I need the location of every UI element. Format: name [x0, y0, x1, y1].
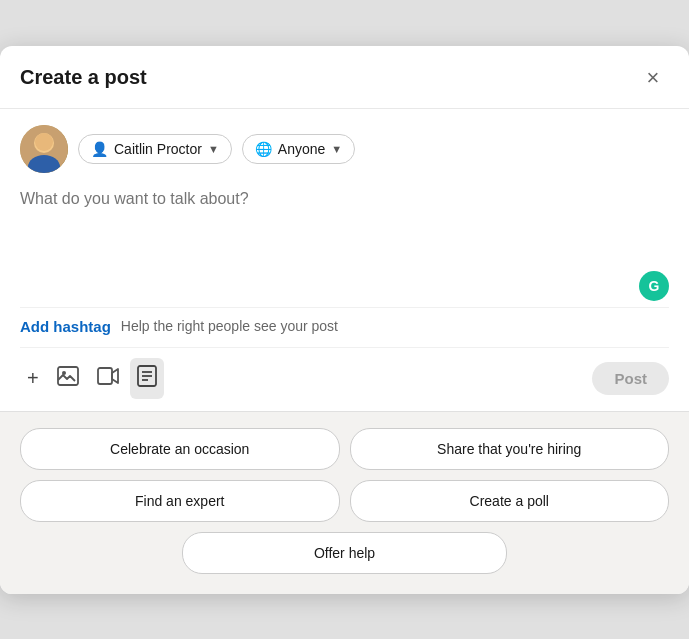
- suggestion-poll[interactable]: Create a poll: [350, 480, 670, 522]
- svg-rect-6: [98, 368, 112, 384]
- document-icon: [137, 365, 157, 392]
- profile-icon: 👤: [91, 141, 108, 157]
- user-row: 👤 Caitlin Proctor ▼ 🌐 Anyone ▼: [20, 125, 669, 173]
- suggestion-expert[interactable]: Find an expert: [20, 480, 340, 522]
- avatar: [20, 125, 68, 173]
- audience-chevron-icon: ▼: [331, 143, 342, 155]
- audience-label: Anyone: [278, 141, 325, 157]
- toolbar-row: + Post: [20, 348, 669, 411]
- suggestion-celebrate[interactable]: Celebrate an occasion: [20, 428, 340, 470]
- modal-body: 👤 Caitlin Proctor ▼ 🌐 Anyone ▼ G Add has…: [0, 109, 689, 411]
- hashtag-hint: Help the right people see your post: [121, 318, 338, 334]
- close-icon: ×: [647, 65, 660, 91]
- document-button[interactable]: [130, 358, 164, 399]
- add-hashtag-button[interactable]: Add hashtag: [20, 318, 111, 335]
- video-icon: [97, 367, 119, 390]
- svg-point-3: [35, 133, 53, 151]
- post-input[interactable]: [20, 187, 669, 267]
- avatar-image: [20, 125, 68, 173]
- suggestion-help[interactable]: Offer help: [182, 532, 507, 574]
- close-button[interactable]: ×: [637, 62, 669, 94]
- modal-title: Create a post: [20, 66, 147, 89]
- hashtag-row: Add hashtag Help the right people see yo…: [20, 307, 669, 348]
- video-button[interactable]: [90, 360, 126, 397]
- author-chevron-icon: ▼: [208, 143, 219, 155]
- create-post-modal: Create a post × 👤 Cait: [0, 46, 689, 594]
- author-name: Caitlin Proctor: [114, 141, 202, 157]
- audience-dropdown[interactable]: 🌐 Anyone ▼: [242, 134, 355, 164]
- grammarly-badge: G: [639, 271, 669, 301]
- suggestion-hiring[interactable]: Share that you're hiring: [350, 428, 670, 470]
- suggestions-grid: Celebrate an occasion Share that you're …: [20, 428, 669, 574]
- globe-icon: 🌐: [255, 141, 272, 157]
- avatar-svg: [20, 125, 68, 173]
- suggestions-area: Celebrate an occasion Share that you're …: [0, 411, 689, 594]
- post-button[interactable]: Post: [592, 362, 669, 395]
- author-dropdown[interactable]: 👤 Caitlin Proctor ▼: [78, 134, 232, 164]
- plus-icon: +: [27, 367, 39, 390]
- add-button[interactable]: +: [20, 360, 46, 397]
- image-button[interactable]: [50, 359, 86, 398]
- grammarly-area: G: [20, 271, 669, 301]
- image-icon: [57, 366, 79, 391]
- modal-header: Create a post ×: [0, 46, 689, 109]
